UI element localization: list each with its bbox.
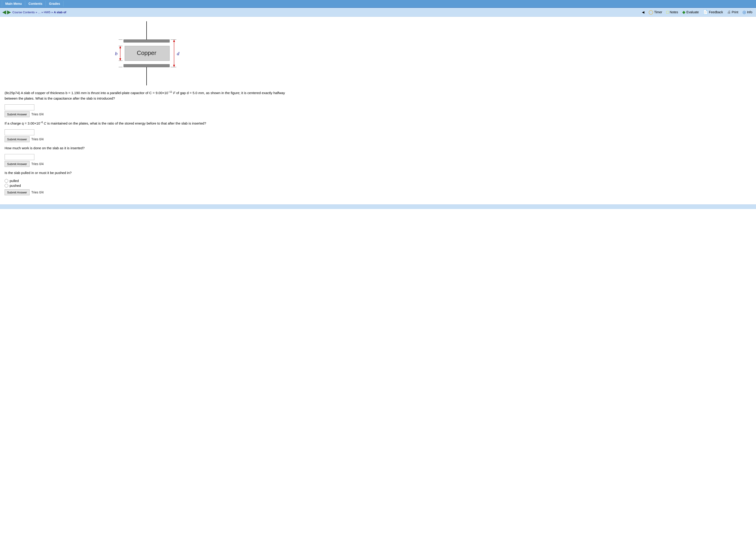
question-4-submit-button[interactable]: Submit Answer (5, 189, 29, 195)
svg-text:d: d (177, 51, 180, 56)
evaluate-icon: ◆ (682, 10, 685, 15)
question-2-text: If a charge q = 3.00×10−6 C is maintaine… (5, 120, 289, 126)
svg-text:b: b (115, 51, 117, 56)
question-2-submit-button[interactable]: Submit Answer (5, 136, 29, 142)
evaluate-button[interactable]: ◆ Evaluate (681, 9, 700, 15)
question-3-submit-button[interactable]: Submit Answer (5, 161, 29, 167)
question-2-input[interactable] (5, 129, 34, 135)
timer-icon: ◯ (649, 10, 653, 15)
question-1-tries: Tries 0/4 (31, 112, 44, 116)
radio-pulled[interactable] (5, 179, 8, 183)
feedback-button[interactable]: 📄 Feedback (702, 9, 724, 15)
question-1-block: (8c25p74) A slab of copper of thickness … (5, 90, 289, 101)
question-3-block: How much work is done on the slab as it … (5, 145, 289, 151)
question-1-text: (8c25p74) A slab of copper of thickness … (5, 90, 289, 101)
svg-marker-11 (173, 40, 175, 42)
info-icon: ◎ (742, 10, 746, 15)
back-arrow-button[interactable]: ◀ (2, 9, 6, 15)
question-2-submit-row: Submit Answer Tries 0/4 (5, 136, 289, 142)
svg-marker-8 (119, 58, 121, 61)
feedback-label: Feedback (709, 10, 723, 14)
question-4-tries: Tries 0/4 (31, 190, 44, 194)
print-icon: 🖨 (727, 10, 731, 14)
option-pushed: pushed (5, 184, 289, 188)
question-3-text: How much work is done on the slab as it … (5, 145, 289, 151)
notes-icon: □ (666, 10, 669, 15)
forward-arrow-button[interactable]: ▶ (7, 9, 11, 15)
question-3-tries: Tries 0/4 (31, 162, 44, 166)
svg-text:Copper: Copper (137, 49, 156, 56)
breadcrumb: Course Contents » ... » HW5 » A slab of (12, 11, 639, 14)
capacitor-diagram: Copper b d (98, 21, 195, 85)
question-3-submit-row: Submit Answer Tries 0/4 (5, 161, 289, 167)
question-4-block: Is the slab pulled in or must it be push… (5, 170, 289, 176)
print-label: Print (732, 10, 738, 14)
svg-rect-1 (124, 40, 169, 42)
question-3-answer-row (5, 154, 289, 160)
option-pulled-label: pulled (10, 179, 19, 183)
top-navigation: Main Menu Contents Grades (0, 0, 756, 8)
question-2-block: If a charge q = 3.00×10−6 C is maintaine… (5, 120, 289, 126)
notes-label: Notes (669, 10, 678, 14)
question-2-answer-row (5, 129, 289, 135)
info-label: Info (747, 10, 752, 14)
prev-arrow-icon: ◀ (642, 10, 644, 14)
print-button[interactable]: 🖨 Print (726, 10, 740, 15)
timer-label: Timer (654, 10, 662, 14)
question-1-submit-button[interactable]: Submit Answer (5, 111, 29, 117)
main-content: Copper b d (0, 17, 293, 201)
toolbar: ◀ ▶ Course Contents » ... » HW5 » A slab… (0, 8, 756, 17)
diagram-area: Copper b d (5, 21, 289, 85)
prev-arrow-button[interactable]: ◀ (641, 10, 646, 15)
svg-marker-7 (119, 46, 121, 48)
question-1-submit-row: Submit Answer Tries 0/4 (5, 111, 289, 117)
question-2-tries: Tries 0/4 (31, 137, 44, 141)
question-1-input[interactable] (5, 104, 34, 110)
evaluate-label: Evaluate (686, 10, 699, 14)
question-1-answer-row (5, 104, 289, 110)
svg-marker-12 (173, 65, 175, 67)
option-pushed-label: pushed (10, 184, 21, 188)
timer-button[interactable]: ◯ Timer (647, 9, 664, 15)
grades-nav[interactable]: Grades (46, 1, 63, 6)
bottom-separator (0, 204, 756, 209)
feedback-icon: 📄 (703, 10, 708, 15)
radio-pushed[interactable] (5, 184, 8, 188)
contents-nav[interactable]: Contents (25, 1, 46, 6)
notes-button[interactable]: □ Notes (665, 9, 679, 15)
question-3-input[interactable] (5, 154, 34, 160)
question-4-submit-row: Submit Answer Tries 0/4 (5, 189, 289, 195)
question-4-radio-group: pulled pushed (5, 179, 289, 188)
nav-arrows: ◀ ▶ (2, 9, 11, 15)
main-menu-nav[interactable]: Main Menu (2, 1, 25, 6)
question-4-text: Is the slab pulled in or must it be push… (5, 170, 289, 176)
option-pulled: pulled (5, 179, 289, 183)
svg-rect-4 (124, 64, 169, 67)
info-button[interactable]: ◎ Info (741, 9, 754, 15)
